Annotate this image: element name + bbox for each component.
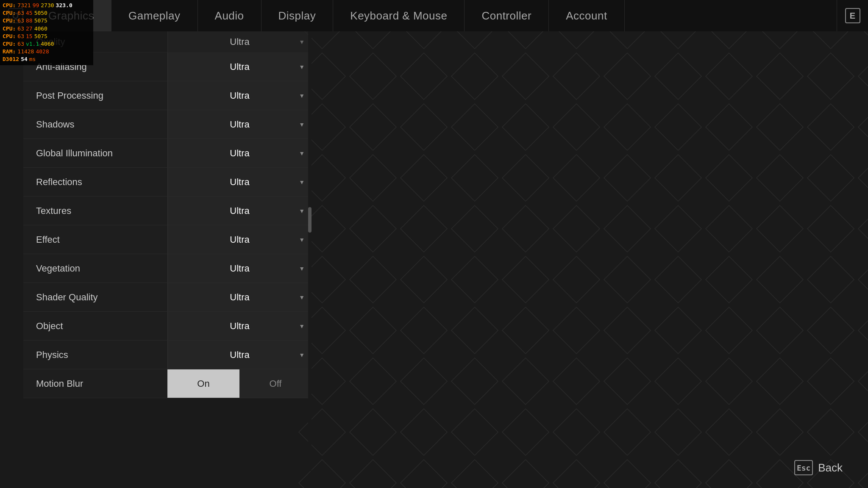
dropdown-arrow-textures: ▼ xyxy=(299,208,305,214)
scroll-thumb[interactable] xyxy=(308,207,312,233)
setting-label-global-illumination: Global Illumination xyxy=(23,148,167,159)
setting-value-textures[interactable]: Ultra ▼ xyxy=(167,197,312,225)
setting-row-global-illumination[interactable]: Global Illumination Ultra ▼ xyxy=(23,139,312,168)
setting-label-shader-quality: Shader Quality xyxy=(23,292,167,303)
setting-label-motion-blur: Motion Blur xyxy=(23,378,167,389)
setting-value-shader-quality[interactable]: Ultra ▼ xyxy=(167,283,312,311)
nav-item-account[interactable]: Account xyxy=(549,0,624,31)
nav-item-controller[interactable]: Controller xyxy=(465,0,549,31)
nav-item-gameplay[interactable]: Gameplay xyxy=(111,0,198,31)
setting-value-motion-blur[interactable]: On Off xyxy=(167,369,312,398)
setting-value-post-processing[interactable]: Ultra ▼ xyxy=(167,81,312,110)
dropdown-arrow-vegetation: ▼ xyxy=(299,265,305,272)
setting-row-shadows[interactable]: Shadows Ultra ▼ xyxy=(23,110,312,139)
setting-value-reflections[interactable]: Ultra ▼ xyxy=(167,168,312,196)
setting-row-shader-quality[interactable]: Shader Quality Ultra ▼ xyxy=(23,283,312,312)
esc-key-icon: Esc xyxy=(794,460,813,475)
svg-rect-1 xyxy=(297,0,868,488)
setting-row-textures[interactable]: Textures Ultra ▼ xyxy=(23,197,312,225)
dropdown-arrow-effect: ▼ xyxy=(299,236,305,243)
setting-row-motion-blur[interactable]: Motion Blur On Off xyxy=(23,369,312,398)
setting-value-vegetation[interactable]: Ultra ▼ xyxy=(167,254,312,283)
setting-label-physics: Physics xyxy=(23,349,167,360)
setting-row-object[interactable]: Object Ultra ▼ xyxy=(23,312,312,341)
nav-item-audio[interactable]: Audio xyxy=(198,0,262,31)
motion-blur-off-button[interactable]: Off xyxy=(239,369,312,398)
setting-label-vegetation: Vegetation xyxy=(23,263,167,274)
setting-label-effect: Effect xyxy=(23,234,167,245)
setting-value-shadows[interactable]: Ultra ▼ xyxy=(167,110,312,139)
motion-blur-toggle[interactable]: On Off xyxy=(167,369,312,398)
nav-item-display[interactable]: Display xyxy=(262,0,334,31)
back-button[interactable]: Esc Back xyxy=(794,460,843,475)
e-icon-container: E xyxy=(837,0,868,31)
setting-row-physics[interactable]: Physics Ultra ▼ xyxy=(23,341,312,369)
setting-label-shadows: Shadows xyxy=(23,119,167,130)
dropdown-arrow-reflections: ▼ xyxy=(299,179,305,186)
settings-panel: Quality Ultra ▼ Anti-aliasing Ultra ▼ Po… xyxy=(23,31,312,471)
setting-value-physics[interactable]: Ultra ▼ xyxy=(167,341,312,369)
settings-list: Quality Ultra ▼ Anti-aliasing Ultra ▼ Po… xyxy=(23,31,312,398)
dropdown-arrow-quality: ▼ xyxy=(299,39,305,45)
setting-value-quality[interactable]: Ultra ▼ xyxy=(167,31,312,52)
setting-row-post-processing[interactable]: Post Processing Ultra ▼ xyxy=(23,81,312,110)
dropdown-arrow-physics: ▼ xyxy=(299,352,305,358)
motion-blur-on-button[interactable]: On xyxy=(167,369,239,398)
nav-item-keyboard-mouse[interactable]: Keyboard & Mouse xyxy=(333,0,465,31)
hud-overlay: CPU: 7321 99 2730 323.0 CPU: 63 45 5050 … xyxy=(0,0,93,65)
dropdown-arrow-shadows: ▼ xyxy=(299,121,305,128)
setting-row-effect[interactable]: Effect Ultra ▼ xyxy=(23,225,312,254)
dropdown-arrow-post-processing: ▼ xyxy=(299,92,305,99)
setting-label-reflections: Reflections xyxy=(23,177,167,188)
setting-value-anti-aliasing[interactable]: Ultra ▼ xyxy=(167,53,312,81)
nav-bar: Q Graphics Gameplay Audio Display Keyboa… xyxy=(0,0,868,31)
dropdown-arrow-anti-aliasing: ▼ xyxy=(299,64,305,70)
setting-value-global-illumination[interactable]: Ultra ▼ xyxy=(167,139,312,167)
e-key-icon: E xyxy=(845,8,860,23)
setting-label-object: Object xyxy=(23,321,167,332)
scroll-track[interactable] xyxy=(308,31,312,471)
setting-label-post-processing: Post Processing xyxy=(23,90,167,101)
setting-value-effect[interactable]: Ultra ▼ xyxy=(167,225,312,254)
dropdown-arrow-object: ▼ xyxy=(299,323,305,330)
setting-row-vegetation[interactable]: Vegetation Ultra ▼ xyxy=(23,254,312,283)
dropdown-arrow-shader-quality: ▼ xyxy=(299,294,305,301)
setting-label-textures: Textures xyxy=(23,205,167,216)
setting-value-object[interactable]: Ultra ▼ xyxy=(167,312,312,340)
dropdown-arrow-global-illumination: ▼ xyxy=(299,150,305,157)
setting-row-reflections[interactable]: Reflections Ultra ▼ xyxy=(23,168,312,197)
